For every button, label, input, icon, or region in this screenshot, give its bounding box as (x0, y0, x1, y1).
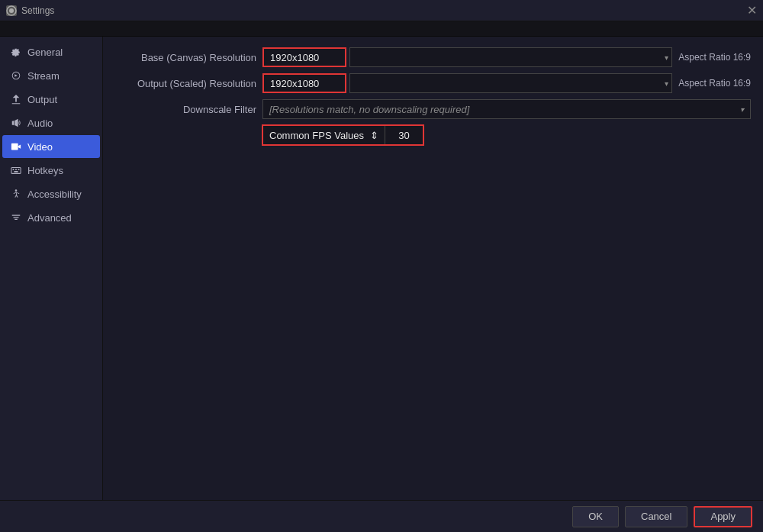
output-aspect-label: Aspect Ratio 16:9 (678, 78, 751, 89)
titlebar: Settings ✕ (0, 0, 763, 21)
svg-rect-7 (14, 171, 18, 172)
downscale-filter-value: [Resolutions match, no downscaling requi… (269, 104, 469, 115)
sidebar-label-general: General (27, 47, 63, 58)
base-resolution-label: Base (Canvas) Resolution (115, 52, 256, 63)
downscale-filter-label: Downscale Filter (115, 104, 256, 115)
fps-type-dropdown[interactable]: Common FPS Values ⇕ (262, 125, 385, 145)
base-resolution-chevron: ▾ (665, 53, 668, 62)
stream-icon (10, 69, 22, 82)
svg-rect-2 (11, 143, 18, 150)
accessibility-icon (10, 188, 22, 200)
app-icon (6, 5, 17, 16)
gear-icon (10, 46, 22, 58)
sidebar-label-audio: Audio (27, 118, 53, 129)
video-icon (10, 140, 22, 153)
obs-topbar (0, 21, 763, 37)
sidebar-item-accessibility[interactable]: Accessibility (2, 182, 100, 205)
output-icon (10, 93, 22, 105)
main-layout: General Stream Output Audio Video (0, 37, 763, 500)
fps-group: Common FPS Values ⇕ 30 (262, 125, 423, 145)
sidebar-label-video: Video (27, 141, 53, 153)
apply-button[interactable]: Apply (694, 506, 752, 527)
output-resolution-row: Output (Scaled) Resolution ▾ Aspect Rati… (115, 73, 751, 93)
sidebar-item-audio[interactable]: Audio (2, 111, 100, 134)
advanced-icon (10, 211, 22, 224)
video-settings-content: Base (Canvas) Resolution ▾ Aspect Ratio … (103, 37, 763, 500)
footer: OK Cancel Apply (0, 500, 763, 532)
sidebar-label-output: Output (27, 94, 57, 105)
ok-button[interactable]: OK (572, 506, 619, 527)
svg-point-8 (15, 189, 18, 192)
hotkeys-icon (10, 164, 22, 176)
fps-value-display[interactable]: 30 (385, 125, 423, 145)
cancel-button[interactable]: Cancel (625, 506, 687, 527)
downscale-chevron: ▾ (740, 105, 744, 114)
output-resolution-input[interactable] (262, 73, 346, 93)
base-resolution-row: Base (Canvas) Resolution ▾ Aspect Ratio … (115, 47, 751, 67)
fps-type-label: Common FPS Values (269, 130, 364, 141)
sidebar-item-hotkeys[interactable]: Hotkeys (2, 159, 100, 182)
audio-icon (10, 117, 22, 129)
fps-spinbox-arrows: ⇕ (370, 130, 378, 141)
svg-rect-5 (15, 169, 17, 170)
base-resolution-group: ▾ Aspect Ratio 16:9 (262, 47, 751, 67)
sidebar-label-stream: Stream (27, 70, 60, 82)
output-resolution-group: ▾ Aspect Ratio 16:9 (262, 73, 751, 93)
sidebar-label-hotkeys: Hotkeys (27, 165, 63, 176)
svg-rect-3 (11, 168, 21, 174)
sidebar-item-stream[interactable]: Stream (2, 64, 100, 87)
sidebar-item-video[interactable]: Video (2, 135, 100, 158)
sidebar: General Stream Output Audio Video (0, 37, 103, 500)
base-aspect-label: Aspect Ratio 16:9 (678, 52, 751, 63)
base-resolution-input[interactable] (262, 47, 346, 67)
sidebar-label-accessibility: Accessibility (27, 189, 82, 200)
output-resolution-label: Output (Scaled) Resolution (115, 78, 256, 89)
close-button[interactable]: ✕ (746, 5, 757, 16)
sidebar-item-advanced[interactable]: Advanced (2, 206, 100, 229)
sidebar-item-general[interactable]: General (2, 40, 100, 63)
window-title: Settings (21, 5, 54, 16)
svg-rect-4 (13, 169, 14, 170)
downscale-filter-group: [Resolutions match, no downscaling requi… (262, 99, 751, 119)
output-resolution-dropdown[interactable]: ▾ (349, 73, 672, 93)
svg-point-1 (9, 8, 14, 13)
downscale-filter-dropdown[interactable]: [Resolutions match, no downscaling requi… (262, 99, 751, 119)
output-resolution-chevron: ▾ (665, 79, 668, 88)
sidebar-item-output[interactable]: Output (2, 88, 100, 111)
sidebar-label-advanced: Advanced (27, 212, 72, 224)
downscale-filter-row: Downscale Filter [Resolutions match, no … (115, 99, 751, 119)
svg-rect-6 (18, 169, 20, 170)
base-resolution-dropdown[interactable]: ▾ (349, 47, 672, 67)
fps-row: Common FPS Values ⇕ 30 (115, 125, 751, 145)
